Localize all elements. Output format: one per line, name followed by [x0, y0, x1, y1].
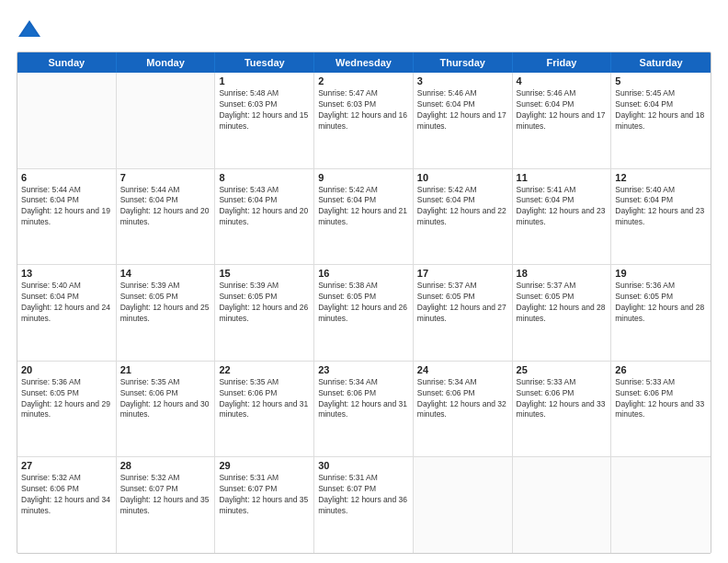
day-number: 28 — [120, 460, 211, 471]
cell-info: Sunrise: 5:39 AM Sunset: 6:05 PM Dayligh… — [219, 281, 310, 325]
calendar-week-2: 6Sunrise: 5:44 AM Sunset: 6:04 PM Daylig… — [17, 169, 711, 266]
cell-info: Sunrise: 5:38 AM Sunset: 6:05 PM Dayligh… — [318, 281, 409, 325]
day-number: 25 — [517, 364, 608, 375]
header-day-wednesday: Wednesday — [314, 52, 414, 73]
cell-info: Sunrise: 5:46 AM Sunset: 6:04 PM Dayligh… — [417, 88, 508, 132]
day-number: 4 — [517, 75, 608, 86]
cell-info: Sunrise: 5:40 AM Sunset: 6:04 PM Dayligh… — [615, 185, 707, 229]
header-day-friday: Friday — [513, 52, 612, 73]
calendar: SundayMondayTuesdayWednesdayThursdayFrid… — [17, 52, 711, 554]
day-number: 10 — [417, 172, 508, 183]
day-number: 18 — [517, 268, 608, 279]
cell-info: Sunrise: 5:35 AM Sunset: 6:06 PM Dayligh… — [120, 377, 211, 421]
day-cell-21: 21Sunrise: 5:35 AM Sunset: 6:06 PM Dayli… — [117, 362, 216, 457]
day-cell-9: 9Sunrise: 5:42 AM Sunset: 6:04 PM Daylig… — [314, 169, 414, 265]
day-number: 30 — [318, 460, 409, 471]
cell-info: Sunrise: 5:31 AM Sunset: 6:07 PM Dayligh… — [219, 473, 310, 517]
day-number: 2 — [318, 75, 409, 86]
day-number: 15 — [219, 268, 310, 279]
cell-info: Sunrise: 5:33 AM Sunset: 6:06 PM Dayligh… — [615, 377, 707, 421]
cell-info: Sunrise: 5:45 AM Sunset: 6:04 PM Dayligh… — [615, 88, 707, 132]
day-number: 27 — [21, 460, 112, 471]
empty-cell — [117, 73, 216, 168]
header-day-thursday: Thursday — [414, 52, 513, 73]
day-number: 23 — [318, 364, 409, 375]
cell-info: Sunrise: 5:34 AM Sunset: 6:06 PM Dayligh… — [417, 377, 508, 421]
day-cell-3: 3Sunrise: 5:46 AM Sunset: 6:04 PM Daylig… — [414, 73, 513, 168]
empty-cell — [611, 457, 711, 553]
empty-cell — [414, 457, 513, 553]
day-cell-20: 20Sunrise: 5:36 AM Sunset: 6:05 PM Dayli… — [17, 362, 117, 457]
cell-info: Sunrise: 5:46 AM Sunset: 6:04 PM Dayligh… — [517, 88, 608, 132]
day-number: 26 — [615, 364, 707, 375]
day-cell-2: 2Sunrise: 5:47 AM Sunset: 6:03 PM Daylig… — [314, 73, 414, 168]
header — [17, 17, 711, 42]
day-number: 20 — [21, 364, 112, 375]
day-number: 14 — [120, 268, 211, 279]
calendar-week-5: 27Sunrise: 5:32 AM Sunset: 6:06 PM Dayli… — [17, 457, 711, 553]
day-cell-16: 16Sunrise: 5:38 AM Sunset: 6:05 PM Dayli… — [314, 265, 414, 361]
header-day-tuesday: Tuesday — [215, 52, 314, 73]
day-cell-10: 10Sunrise: 5:42 AM Sunset: 6:04 PM Dayli… — [414, 169, 513, 265]
cell-info: Sunrise: 5:36 AM Sunset: 6:05 PM Dayligh… — [21, 377, 112, 421]
day-number: 5 — [615, 75, 707, 86]
day-number: 3 — [417, 75, 508, 86]
calendar-week-4: 20Sunrise: 5:36 AM Sunset: 6:05 PM Dayli… — [17, 362, 711, 458]
day-number: 29 — [219, 460, 310, 471]
calendar-body: 1Sunrise: 5:48 AM Sunset: 6:03 PM Daylig… — [17, 73, 711, 553]
day-number: 6 — [21, 172, 112, 183]
empty-cell — [17, 73, 117, 168]
day-cell-28: 28Sunrise: 5:32 AM Sunset: 6:07 PM Dayli… — [117, 457, 216, 553]
day-cell-5: 5Sunrise: 5:45 AM Sunset: 6:04 PM Daylig… — [611, 73, 711, 168]
day-number: 11 — [517, 172, 608, 183]
cell-info: Sunrise: 5:32 AM Sunset: 6:07 PM Dayligh… — [120, 473, 211, 517]
header-day-sunday: Sunday — [17, 52, 117, 73]
day-cell-30: 30Sunrise: 5:31 AM Sunset: 6:07 PM Dayli… — [314, 457, 414, 553]
day-cell-6: 6Sunrise: 5:44 AM Sunset: 6:04 PM Daylig… — [17, 169, 117, 265]
day-number: 9 — [318, 172, 409, 183]
cell-info: Sunrise: 5:37 AM Sunset: 6:05 PM Dayligh… — [517, 281, 608, 325]
day-cell-19: 19Sunrise: 5:36 AM Sunset: 6:05 PM Dayli… — [611, 265, 711, 361]
day-number: 21 — [120, 364, 211, 375]
cell-info: Sunrise: 5:31 AM Sunset: 6:07 PM Dayligh… — [318, 473, 409, 517]
cell-info: Sunrise: 5:42 AM Sunset: 6:04 PM Dayligh… — [318, 185, 409, 229]
cell-info: Sunrise: 5:41 AM Sunset: 6:04 PM Dayligh… — [517, 185, 608, 229]
cell-info: Sunrise: 5:34 AM Sunset: 6:06 PM Dayligh… — [318, 377, 409, 421]
day-cell-18: 18Sunrise: 5:37 AM Sunset: 6:05 PM Dayli… — [513, 265, 612, 361]
day-cell-12: 12Sunrise: 5:40 AM Sunset: 6:04 PM Dayli… — [611, 169, 711, 265]
cell-info: Sunrise: 5:44 AM Sunset: 6:04 PM Dayligh… — [120, 185, 211, 229]
cell-info: Sunrise: 5:48 AM Sunset: 6:03 PM Dayligh… — [219, 88, 310, 132]
day-cell-24: 24Sunrise: 5:34 AM Sunset: 6:06 PM Dayli… — [414, 362, 513, 457]
day-number: 7 — [120, 172, 211, 183]
day-number: 17 — [417, 268, 508, 279]
logo — [17, 17, 46, 42]
day-cell-26: 26Sunrise: 5:33 AM Sunset: 6:06 PM Dayli… — [611, 362, 711, 457]
day-cell-14: 14Sunrise: 5:39 AM Sunset: 6:05 PM Dayli… — [117, 265, 216, 361]
day-number: 12 — [615, 172, 707, 183]
empty-cell — [513, 457, 612, 553]
day-cell-22: 22Sunrise: 5:35 AM Sunset: 6:06 PM Dayli… — [215, 362, 314, 457]
day-cell-27: 27Sunrise: 5:32 AM Sunset: 6:06 PM Dayli… — [17, 457, 117, 553]
day-cell-8: 8Sunrise: 5:43 AM Sunset: 6:04 PM Daylig… — [215, 169, 314, 265]
calendar-week-3: 13Sunrise: 5:40 AM Sunset: 6:04 PM Dayli… — [17, 265, 711, 362]
day-cell-1: 1Sunrise: 5:48 AM Sunset: 6:03 PM Daylig… — [215, 73, 314, 168]
cell-info: Sunrise: 5:39 AM Sunset: 6:05 PM Dayligh… — [120, 281, 211, 325]
day-number: 1 — [219, 75, 310, 86]
calendar-header: SundayMondayTuesdayWednesdayThursdayFrid… — [17, 52, 711, 73]
header-day-monday: Monday — [117, 52, 216, 73]
header-day-saturday: Saturday — [611, 52, 711, 73]
cell-info: Sunrise: 5:44 AM Sunset: 6:04 PM Dayligh… — [21, 185, 112, 229]
day-number: 19 — [615, 268, 707, 279]
cell-info: Sunrise: 5:47 AM Sunset: 6:03 PM Dayligh… — [318, 88, 409, 132]
day-cell-23: 23Sunrise: 5:34 AM Sunset: 6:06 PM Dayli… — [314, 362, 414, 457]
day-cell-29: 29Sunrise: 5:31 AM Sunset: 6:07 PM Dayli… — [215, 457, 314, 553]
cell-info: Sunrise: 5:43 AM Sunset: 6:04 PM Dayligh… — [219, 185, 310, 229]
day-cell-17: 17Sunrise: 5:37 AM Sunset: 6:05 PM Dayli… — [414, 265, 513, 361]
day-cell-4: 4Sunrise: 5:46 AM Sunset: 6:04 PM Daylig… — [513, 73, 612, 168]
cell-info: Sunrise: 5:32 AM Sunset: 6:06 PM Dayligh… — [21, 473, 112, 517]
cell-info: Sunrise: 5:37 AM Sunset: 6:05 PM Dayligh… — [417, 281, 508, 325]
day-cell-25: 25Sunrise: 5:33 AM Sunset: 6:06 PM Dayli… — [513, 362, 612, 457]
day-number: 22 — [219, 364, 310, 375]
page: SundayMondayTuesdayWednesdayThursdayFrid… — [0, 0, 728, 563]
calendar-week-1: 1Sunrise: 5:48 AM Sunset: 6:03 PM Daylig… — [17, 73, 711, 169]
